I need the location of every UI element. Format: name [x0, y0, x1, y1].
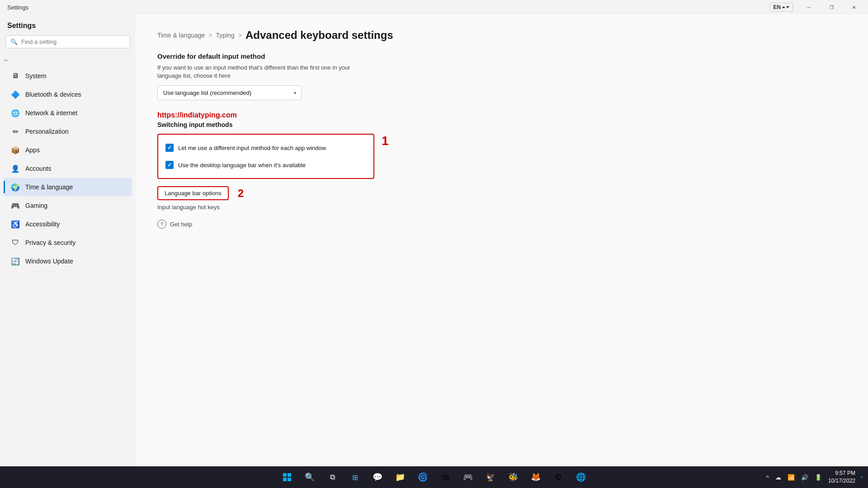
taskbar-clock[interactable]: 9:57 PM 10/17/2022 — [826, 469, 857, 485]
firefox-icon: 🦊 — [531, 472, 541, 482]
taskbar-settings-button[interactable]: ⚙ — [548, 467, 568, 487]
windows-update-nav-icon: 🔄 — [11, 257, 20, 266]
sidebar-search-container[interactable]: 🔍 — [5, 35, 130, 48]
minimize-button[interactable]: ─ — [798, 0, 819, 14]
network-nav-label: Network & internet — [25, 109, 77, 117]
checkbox-check-2: ✓ — [167, 162, 172, 168]
time-language-nav-icon: 🌍 — [11, 183, 20, 192]
taskbar-taskview-button[interactable]: ⧉ — [322, 467, 342, 487]
breadcrumb-part2[interactable]: Typing — [216, 32, 235, 39]
explorer-icon: 📁 — [395, 472, 405, 482]
override-section: Override for default input method If you… — [157, 52, 846, 100]
mail-icon: 🦅 — [486, 472, 495, 482]
tray-volume-icon[interactable]: 🔊 — [799, 473, 810, 482]
dropdown-value: Use language list (recommended) — [163, 89, 251, 96]
sidebar-item-system[interactable]: 🖥 System — [4, 67, 132, 85]
clock-time: 9:57 PM — [828, 469, 855, 477]
accessibility-nav-label: Accessibility — [25, 221, 60, 228]
checkbox-2[interactable]: ✓ — [165, 161, 174, 169]
watermark-url[interactable]: https://indiatyping.com — [157, 111, 846, 119]
close-button[interactable]: ✕ — [844, 0, 864, 14]
breadcrumb-sep1: > — [208, 32, 212, 39]
search-input[interactable] — [21, 38, 125, 45]
breadcrumb-sep2: > — [238, 32, 242, 39]
checkbox-item-2[interactable]: ✓ Use the desktop language bar when it's… — [165, 157, 366, 173]
get-help-section[interactable]: ? Get help — [157, 220, 846, 229]
checkbox-1[interactable]: ✓ — [165, 144, 174, 152]
sidebar-item-gaming[interactable]: 🎮 Gaming — [4, 197, 132, 215]
clock-date: 10/17/2022 — [828, 477, 855, 485]
windows-logo-icon — [283, 473, 291, 481]
taskbar-store-button[interactable]: 🛍 — [435, 467, 455, 487]
taskbar-search-icon: 🔍 — [305, 472, 315, 482]
minecraft-icon: 🎮 — [463, 472, 473, 482]
sidebar-item-network[interactable]: 🌐 Network & internet — [4, 104, 132, 122]
language-indicator[interactable]: EN ⏶⏷ — [770, 3, 793, 12]
switching-annotation-row: ✓ Let me use a different input method fo… — [157, 134, 846, 186]
sidebar-item-bluetooth[interactable]: 🔷 Bluetooth & devices — [4, 85, 132, 103]
system-tray: ^ ☁ 📶 🔊 🔋 9:57 PM 10/17/2022 — [764, 469, 863, 485]
titlebar-left: Settings — [4, 4, 28, 11]
system-nav-icon: 🖥 — [11, 71, 20, 80]
taskbar-firefox-button[interactable]: 🦊 — [526, 467, 546, 487]
get-help-icon: ? — [157, 220, 166, 229]
tray-cloud-icon[interactable]: ☁ — [774, 473, 783, 482]
privacy-security-nav-label: Privacy & security — [25, 239, 75, 246]
sidebar-item-apps[interactable]: 📦 Apps — [4, 141, 132, 159]
sidebar-item-accounts[interactable]: 👤 Accounts — [4, 160, 132, 178]
taskbar-malware-button[interactable]: 🐝 — [503, 467, 523, 487]
taskbar-chrome-button[interactable]: 🌐 — [571, 467, 591, 487]
accessibility-nav-icon: ♿ — [11, 220, 20, 229]
taskbar-minecraft-button[interactable]: 🎮 — [458, 467, 478, 487]
apps-nav-label: Apps — [25, 146, 40, 154]
restore-button[interactable]: ❐ — [821, 0, 842, 14]
hotkeys-link[interactable]: Input language hot keys — [157, 204, 846, 211]
sidebar-item-personalization[interactable]: ✏ Personalization — [4, 122, 132, 141]
personalization-nav-icon: ✏ — [11, 127, 20, 136]
breadcrumb-current: Advanced keyboard settings — [245, 29, 393, 42]
personalization-nav-label: Personalization — [25, 128, 69, 135]
breadcrumb: Time & language > Typing > Advanced keyb… — [157, 29, 846, 42]
sidebar: Settings 🔍 ← 🖥 System 🔷 Bluetooth & devi… — [0, 14, 136, 466]
get-help-label: Get help — [170, 221, 192, 228]
start-button[interactable] — [277, 467, 297, 487]
lang-bar-row: Language bar options 2 — [157, 186, 846, 200]
checkbox-item-1[interactable]: ✓ Let me use a different input method fo… — [165, 140, 366, 155]
malwarebytes-icon: 🐝 — [508, 472, 518, 482]
taskbar-edge-button[interactable]: 🌀 — [413, 467, 433, 487]
gaming-nav-icon: 🎮 — [11, 201, 20, 210]
sidebar-item-accessibility[interactable]: ♿ Accessibility — [4, 215, 132, 233]
taskbar-center-icons: 🔍 ⧉ ⊞ 💬 📁 🌀 🛍 🎮 🦅 — [277, 467, 591, 487]
notification-dot[interactable] — [861, 476, 863, 478]
titlebar: Settings EN ⏶⏷ ─ ❐ ✕ — [0, 0, 868, 14]
sidebar-item-privacy-security[interactable]: 🛡 Privacy & security — [4, 234, 132, 252]
bluetooth-nav-label: Bluetooth & devices — [25, 91, 81, 98]
privacy-security-nav-icon: 🛡 — [11, 238, 20, 247]
accounts-nav-label: Accounts — [25, 165, 52, 172]
input-method-dropdown[interactable]: Use language list (recommended) ▾ — [157, 85, 302, 100]
widgets-icon: ⊞ — [352, 473, 358, 482]
switching-section-title: Switching input methods — [157, 121, 846, 128]
main-content: Time & language > Typing > Advanced keyb… — [136, 14, 868, 466]
taskbar-mail-button[interactable]: 🦅 — [481, 467, 500, 487]
nav-items-list: 🖥 System 🔷 Bluetooth & devices 🌐 Network… — [0, 66, 136, 271]
taskbar-explorer-button[interactable]: 📁 — [390, 467, 410, 487]
dropdown-arrow-icon: ▾ — [294, 90, 296, 95]
annotation-1: 1 — [382, 134, 389, 148]
checkbox-check-1: ✓ — [167, 145, 172, 151]
store-icon: 🛍 — [441, 473, 449, 482]
apps-nav-icon: 📦 — [11, 145, 20, 155]
tray-wifi-icon[interactable]: 📶 — [786, 473, 797, 482]
taskbar-widgets-button[interactable]: ⊞ — [345, 467, 365, 487]
tray-chevron-icon[interactable]: ^ — [764, 473, 771, 482]
sidebar-item-time-language[interactable]: 🌍 Time & language — [4, 178, 132, 196]
sidebar-item-windows-update[interactable]: 🔄 Windows Update — [4, 252, 132, 270]
back-button[interactable]: ← — [0, 54, 13, 66]
breadcrumb-part1[interactable]: Time & language — [157, 32, 205, 39]
taskbar-chat-button[interactable]: 💬 — [368, 467, 387, 487]
windows-update-nav-label: Windows Update — [25, 258, 73, 265]
taskbar-search-button[interactable]: 🔍 — [300, 467, 320, 487]
network-nav-icon: 🌐 — [11, 108, 20, 117]
language-bar-options-button[interactable]: Language bar options — [157, 186, 229, 200]
tray-battery-icon[interactable]: 🔋 — [813, 473, 824, 482]
